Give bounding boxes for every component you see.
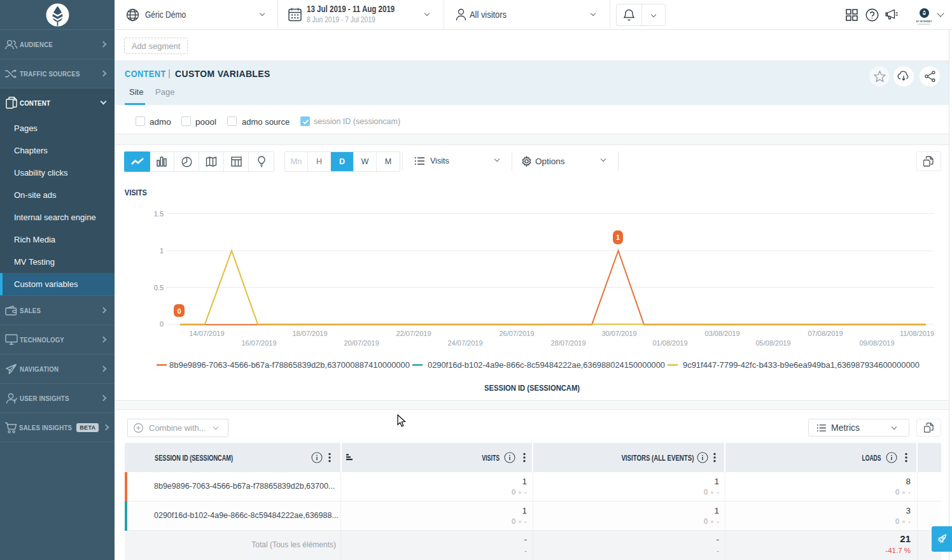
svg-text:18/07/2019: 18/07/2019 <box>292 330 327 337</box>
svg-text:20/07/2019: 20/07/2019 <box>344 339 379 347</box>
svg-text:0.5: 0.5 <box>154 284 164 291</box>
svg-text:07/08/2019: 07/08/2019 <box>808 330 843 337</box>
svg-text:1: 1 <box>160 247 164 255</box>
svg-text:14/07/2019: 14/07/2019 <box>189 330 224 337</box>
svg-text:30/07/2019: 30/07/2019 <box>601 330 636 337</box>
svg-text:24/07/2019: 24/07/2019 <box>447 339 482 347</box>
svg-text:22/07/2019: 22/07/2019 <box>396 330 431 337</box>
svg-text:VISITS: VISITS <box>125 188 147 197</box>
svg-text:09/08/2019: 09/08/2019 <box>859 339 894 347</box>
svg-text:0: 0 <box>177 307 181 315</box>
svg-text:1: 1 <box>616 234 620 241</box>
svg-text:SESSION ID (SESSIONCAM): SESSION ID (SESSIONCAM) <box>484 384 580 393</box>
svg-text:16/07/2019: 16/07/2019 <box>241 339 276 347</box>
svg-text:0: 0 <box>160 320 164 328</box>
svg-text:05/08/2019: 05/08/2019 <box>755 339 790 347</box>
svg-text:9c91f447-7799-42fc-b433-b9e6ea: 9c91f447-7799-42fc-b433-b9e6ea949ba1,636… <box>683 361 920 370</box>
svg-text:11/08/2019: 11/08/2019 <box>900 330 934 337</box>
svg-text:0290f16d-b102-4a9e-866c-8c5948: 0290f16d-b102-4a9e-866c-8c59484222ae,636… <box>428 361 665 370</box>
svg-text:1.5: 1.5 <box>154 210 164 218</box>
svg-text:28/07/2019: 28/07/2019 <box>550 339 585 347</box>
svg-text:03/08/2019: 03/08/2019 <box>704 330 739 337</box>
svg-text:01/08/2019: 01/08/2019 <box>652 339 687 347</box>
svg-text:26/07/2019: 26/07/2019 <box>499 330 534 337</box>
svg-text:8b9e9896-7063-4566-b67a-f78865: 8b9e9896-7063-4566-b67a-f78865839d2b,637… <box>169 361 410 370</box>
